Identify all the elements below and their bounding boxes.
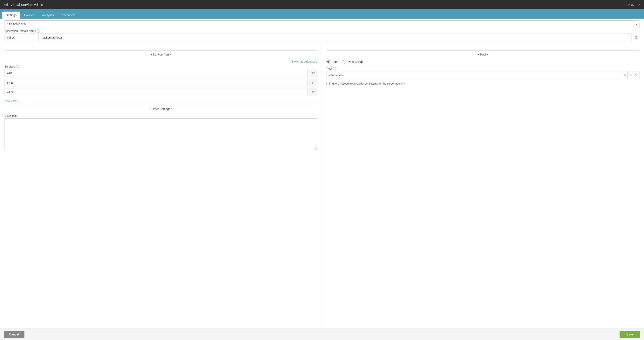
description-textarea[interactable]	[4, 118, 317, 150]
app-domain-row: .avi.vmlab.local ▾ 🗑	[4, 34, 640, 41]
ignore-network-row: Ignore network reachability constraints …	[326, 82, 640, 85]
domain-suffix-select[interactable]: .avi.vmlab.local	[40, 34, 632, 41]
service-delete-2[interactable]: 🗑	[310, 79, 317, 86]
bottom-bar: Cancel Save	[0, 328, 644, 340]
other-settings-header: • Other Settings •	[4, 105, 317, 112]
domain-suffix-wrapper: .avi.vmlab.local ▾	[40, 34, 632, 41]
subnet-row: 172.100.0.0/24 ▾	[4, 20, 640, 28]
pool-input[interactable]	[327, 73, 622, 77]
save-button[interactable]: Save	[620, 331, 640, 338]
ignore-network-checkbox[interactable]	[326, 82, 330, 85]
title-bar: Edit Virtual Service: vdi-cs Help ×	[0, 0, 644, 9]
services-group: Services ? 🗑 🗑 🗑	[4, 65, 317, 96]
app-domain-help-icon[interactable]: ?	[37, 30, 40, 33]
ignore-network-help-icon[interactable]: ?	[402, 82, 404, 85]
top-section: 172.100.0.0/24 ▾ Application Domain Name…	[0, 19, 644, 44]
service-port-header: • Service Port •	[4, 50, 317, 58]
title-bar-right: Help ×	[628, 3, 640, 7]
description-group: Description	[4, 114, 317, 151]
service-input-3[interactable]	[4, 88, 308, 96]
app-domain-delete-button[interactable]: 🗑	[633, 35, 640, 40]
services-help-icon[interactable]: ?	[16, 65, 19, 68]
tab-analytics[interactable]: Analytics	[38, 12, 58, 19]
cancel-button[interactable]: Cancel	[4, 331, 24, 338]
subnet-select-wrapper: 172.100.0.0/24 ▾	[4, 20, 640, 28]
pool-edit-button[interactable]: ✎	[633, 71, 639, 79]
radio-pool-input[interactable]	[326, 60, 330, 63]
service-row-3: 🗑	[4, 88, 317, 96]
service-input-2[interactable]	[4, 79, 308, 86]
tab-advanced[interactable]: Advanced	[58, 12, 78, 19]
radio-pool-group-input[interactable]	[343, 60, 346, 63]
add-port-link[interactable]: + Add Port	[4, 99, 317, 102]
pool-help-icon[interactable]: ?	[333, 67, 336, 70]
services-label: Services ?	[4, 65, 317, 68]
pool-dropdown-button[interactable]: ▾	[628, 71, 633, 79]
ignore-network-label: Ignore network reachability constraints …	[332, 82, 404, 85]
service-delete-3[interactable]: 🗑	[310, 88, 317, 96]
tab-bar: Settings Policies Analytics Advanced	[0, 9, 644, 19]
pool-select-group: Pool ? ✕ ▾ ✎	[326, 67, 640, 79]
subnet-select[interactable]: 172.100.0.0/24	[4, 20, 640, 28]
app-domain-input[interactable]	[4, 34, 38, 41]
left-column: • Service Port • Switch to Advanced Serv…	[0, 44, 322, 328]
service-delete-1[interactable]: 🗑	[310, 69, 317, 77]
pool-radio-pool[interactable]: Pool	[326, 60, 338, 63]
pool-input-row: ✕ ▾ ✎	[326, 71, 640, 79]
content-area: 172.100.0.0/24 ▾ Application Domain Name…	[0, 19, 644, 328]
service-row-2: 🗑	[4, 79, 317, 86]
close-button[interactable]: ×	[638, 3, 640, 7]
pool-radio-pool-group[interactable]: Pool Group	[343, 60, 363, 63]
app-domain-label: Application Domain Name ?	[4, 30, 640, 33]
pool-header: • Pool •	[326, 50, 640, 58]
modal-title: Edit Virtual Service: vdi-cs	[4, 3, 43, 7]
two-col-layout: • Service Port • Switch to Advanced Serv…	[0, 44, 644, 328]
description-label: Description	[4, 114, 317, 117]
switch-to-advanced-link[interactable]: Switch to Advanced	[4, 60, 317, 63]
pool-radio-group: Pool Pool Group	[326, 60, 640, 63]
modal-container: Edit Virtual Service: vdi-cs Help × Sett…	[0, 0, 644, 340]
pool-clear-button[interactable]: ✕	[622, 73, 628, 77]
app-domain-group: Application Domain Name ? .avi.vmlab.loc…	[4, 30, 640, 41]
tab-settings[interactable]: Settings	[2, 12, 20, 19]
service-row-1: 🗑	[4, 69, 317, 77]
tab-policies[interactable]: Policies	[20, 12, 38, 19]
pool-label: Pool ?	[326, 67, 640, 70]
right-column: • Pool • Pool Pool Group Pool ?	[322, 44, 644, 328]
help-button[interactable]: Help	[628, 3, 634, 6]
service-input-1[interactable]	[4, 69, 308, 77]
